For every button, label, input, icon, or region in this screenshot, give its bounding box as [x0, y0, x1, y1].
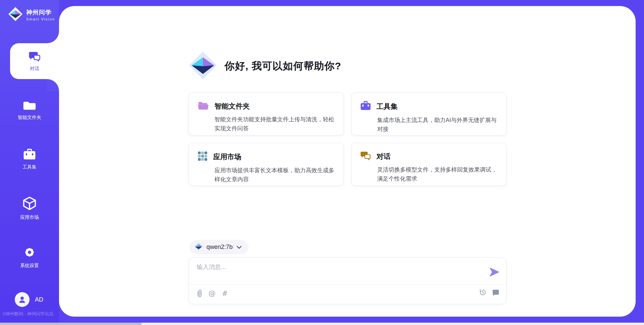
sidebar-item-label: 工具集	[22, 164, 37, 170]
sidebar-item-tools[interactable]: 工具集	[0, 149, 59, 170]
folder-open-icon	[198, 101, 209, 112]
chevron-down-icon	[236, 244, 242, 250]
chat-bubbles-icon	[360, 151, 371, 162]
card-description: 灵活切换多模型文件，支持多样回复效果调试，满足个性化需求	[377, 165, 497, 183]
model-selector[interactable]: qwen2:7b	[190, 240, 249, 254]
card-title: 应用市场	[213, 152, 241, 161]
sidebar-item-apps[interactable]: 应用市场	[0, 196, 59, 220]
message-composer: @ #	[189, 257, 506, 304]
card-toolset[interactable]: 工具集 集成市场上主流工具，助力AI与外界无缝扩展与对接	[351, 92, 506, 135]
brand-name: 神州问学	[26, 8, 55, 16]
card-description: 集成市场上主流工具，助力AI与外界无缝扩展与对接	[377, 116, 497, 134]
model-name: qwen2:7b	[207, 244, 233, 251]
hash-icon[interactable]: #	[222, 288, 228, 299]
avatar	[15, 292, 30, 307]
greeting: 你好, 我可以如何帮助你?	[189, 51, 341, 81]
user-profile[interactable]: AD	[15, 292, 43, 307]
card-description: 智能文件夹功能支持批量文件上传与清洗，轻松实现文件问答	[215, 115, 335, 133]
send-icon[interactable]	[489, 268, 499, 276]
card-smart-folders[interactable]: 智能文件夹 智能文件夹功能支持批量文件上传与清洗，轻松实现文件问答	[189, 92, 344, 135]
person-icon	[18, 295, 26, 304]
card-title: 智能文件夹	[215, 102, 250, 111]
scrollbar-thumb[interactable]	[0, 323, 142, 325]
greeting-title: 你好, 我可以如何帮助你?	[225, 59, 341, 73]
sidebar-item-label: 对话	[30, 66, 39, 72]
toolbox-icon	[360, 101, 371, 112]
copyright-text: ©神州数码 · 神州问学出品	[3, 311, 53, 317]
card-chat[interactable]: 对话 灵活切换多模型文件，支持多样回复效果调试，满足个性化需求	[351, 143, 506, 186]
sidebar-item-label: 系统设置	[20, 263, 39, 269]
chat-bubbles-icon	[29, 51, 41, 63]
brand-logo: 神州问学 Smart Vision	[8, 7, 55, 23]
toolbox-icon	[23, 149, 36, 161]
brand-subtitle: Smart Vision	[26, 17, 55, 21]
sidebar-item-chat[interactable]: 对话	[10, 43, 59, 79]
brand-diamond-icon	[8, 7, 23, 23]
card-description: 应用市场提供丰富长文本模板，助力高效生成多样化文章内容	[215, 166, 335, 184]
sidebar: 神州问学 Smart Vision 对话 智能文件夹	[0, 0, 59, 325]
mention-icon[interactable]: @	[209, 288, 216, 299]
user-name: AD	[35, 296, 43, 303]
card-title: 工具集	[377, 102, 398, 111]
sidebar-item-label: 智能文件夹	[18, 115, 41, 121]
sidebar-item-settings[interactable]: 系统设置	[0, 246, 59, 269]
cube-icon	[23, 196, 36, 212]
gear-icon	[23, 246, 36, 260]
grid-icon	[198, 151, 208, 162]
comment-icon[interactable]	[492, 289, 499, 296]
paperclip-icon[interactable]	[197, 289, 202, 298]
composer-divider	[189, 284, 506, 285]
card-app-market[interactable]: 应用市场 应用市场提供丰富长文本模板，助力高效生成多样化文章内容	[189, 143, 344, 186]
history-icon[interactable]	[479, 288, 487, 296]
feature-cards: 智能文件夹 智能文件夹功能支持批量文件上传与清洗，轻松实现文件问答	[189, 92, 506, 186]
sidebar-item-label: 应用市场	[20, 214, 39, 220]
sidebar-item-folders[interactable]: 智能文件夹	[0, 100, 59, 121]
tab-fillet-top	[47, 31, 59, 43]
folder-icon	[23, 100, 36, 112]
tab-fillet-bottom	[47, 79, 59, 91]
message-input[interactable]	[197, 263, 479, 283]
model-diamond-icon	[194, 242, 203, 252]
main-panel: 你好, 我可以如何帮助你? 智能文件夹 智能文件夹功能支持批量文件上传与清洗，轻…	[59, 6, 636, 317]
horizontal-scrollbar[interactable]	[0, 323, 644, 325]
card-title: 对话	[377, 152, 391, 161]
assistant-diamond-icon	[189, 51, 217, 81]
